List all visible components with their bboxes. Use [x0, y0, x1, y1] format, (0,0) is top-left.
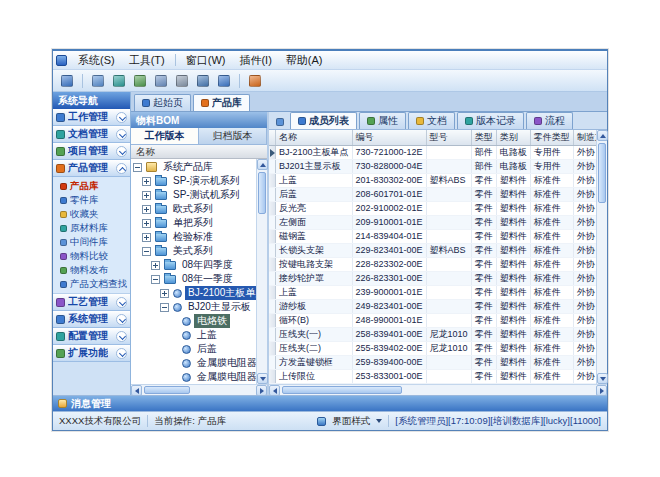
ui-style-label[interactable]: 界面样式: [332, 415, 370, 428]
tree-node[interactable]: 检验标准: [131, 230, 256, 244]
members-tab-documents[interactable]: 文档: [408, 112, 455, 129]
bom-tab-archived[interactable]: 归档版本: [199, 128, 267, 144]
print-button[interactable]: [173, 72, 191, 90]
nav-item-material-publish[interactable]: 物料发布: [53, 263, 130, 277]
tree-node[interactable]: BJ20主显示板: [131, 300, 256, 314]
nav-item-product-lib[interactable]: 产品库: [53, 179, 130, 193]
tree-node[interactable]: 系统产品库: [131, 160, 256, 174]
nav-group-system[interactable]: 系统管理: [53, 311, 130, 328]
table-row[interactable]: 压线夹(一)258-839401-00E尼龙1010零件塑料件标准件外协个: [269, 327, 596, 341]
menu-item-plugins[interactable]: 插件(I): [232, 51, 278, 70]
nav-group-extension[interactable]: 扩展功能: [53, 345, 130, 362]
chevron-up-icon[interactable]: [116, 163, 127, 174]
column-header-2[interactable]: 型号: [426, 130, 471, 145]
grid-view-button[interactable]: [131, 72, 149, 90]
settings-button[interactable]: [194, 72, 212, 90]
table-row[interactable]: 后盖208-601701-01E零件塑料件标准件外协个: [269, 187, 596, 201]
nav-group-work[interactable]: 工作管理: [53, 109, 130, 126]
nav-group-project[interactable]: 项目管理: [53, 143, 130, 160]
tree-column-header[interactable]: 名称: [131, 145, 267, 159]
menu-item-help[interactable]: 帮助(A): [279, 51, 330, 70]
user-button[interactable]: [58, 72, 76, 90]
tree-expander[interactable]: [151, 275, 160, 284]
ui-style-dropdown-arrow[interactable]: [376, 419, 382, 423]
tree-node[interactable]: 单把系列: [131, 216, 256, 230]
column-header-1[interactable]: 编号: [352, 130, 426, 145]
table-vertical-scrollbar[interactable]: [596, 130, 607, 384]
table-row[interactable]: BJ-2100主板单点730-721000-12E部件电路板专用件外协块: [269, 145, 596, 159]
tree-expander[interactable]: [160, 289, 169, 298]
menu-item-system[interactable]: 系统(S): [71, 51, 122, 70]
table-row[interactable]: 方发盖键锁框259-839400-00E零件塑料件标准件外协个: [269, 355, 596, 369]
help-button[interactable]: [215, 72, 233, 90]
scroll-track[interactable]: [280, 385, 596, 395]
table-row[interactable]: 磁钢盖214-839404-01E零件塑料件标准件外协个: [269, 229, 596, 243]
table-row[interactable]: 游纱板249-823401-00E零件塑料件标准件外协个: [269, 299, 596, 313]
tree-view-button[interactable]: [110, 72, 128, 90]
nav-group-document[interactable]: 文档管理: [53, 126, 130, 143]
members-tab-workflow[interactable]: 流程: [526, 112, 573, 129]
mail-button[interactable]: [152, 72, 170, 90]
members-corner-button[interactable]: [272, 114, 288, 129]
table-row[interactable]: 按键电路支架228-823302-00E零件塑料件标准件外协个: [269, 257, 596, 271]
column-header-4[interactable]: 类别: [496, 130, 530, 145]
nav-item-raw-material-lib[interactable]: 原材料库: [53, 221, 130, 235]
tree-node[interactable]: 金属膜电阻器: [131, 370, 256, 384]
table-row[interactable]: 上盖201-830302-00E塑料ABS零件塑料件标准件外协个: [269, 173, 596, 187]
table-row[interactable]: 循环(B)248-990001-01E零件塑料件标准件外协个: [269, 313, 596, 327]
scroll-track[interactable]: [142, 385, 256, 395]
column-header-5[interactable]: 零件类型: [530, 130, 573, 145]
scroll-up-button[interactable]: [257, 159, 268, 170]
tree-node[interactable]: 后盖: [131, 342, 256, 356]
tree-horizontal-scrollbar[interactable]: [131, 384, 267, 395]
tree-node[interactable]: 上盖: [131, 328, 256, 342]
bom-tab-working[interactable]: 工作版本: [131, 128, 199, 144]
menu-item-window[interactable]: 窗口(W): [179, 51, 233, 70]
column-header-3[interactable]: 类型: [471, 130, 496, 145]
chevron-down-icon[interactable]: [116, 129, 127, 140]
nav-group-config[interactable]: 配置管理: [53, 328, 130, 345]
scroll-down-button[interactable]: [597, 373, 608, 384]
scroll-up-button[interactable]: [597, 130, 608, 141]
message-panel-header[interactable]: 消息管理: [53, 395, 607, 411]
table-row[interactable]: 压线夹(二)255-839402-00E尼龙1010零件塑料件标准件外协个: [269, 341, 596, 355]
scroll-thumb[interactable]: [282, 386, 402, 394]
tree-node[interactable]: 08年四季度: [131, 258, 256, 272]
table-row[interactable]: 上传限位253-833001-00E零件塑料件标准件外协个: [269, 369, 596, 383]
chevron-down-icon[interactable]: [116, 297, 127, 308]
tree-expander[interactable]: [142, 177, 151, 186]
nav-item-favorites[interactable]: 收藏夹: [53, 207, 130, 221]
table-row[interactable]: 左侧面209-910001-01E零件塑料件标准件外协个: [269, 215, 596, 229]
tree-expander[interactable]: [142, 191, 151, 200]
tree-expander[interactable]: [160, 303, 169, 312]
scroll-down-button[interactable]: [257, 373, 268, 384]
tree-expander[interactable]: [133, 163, 142, 172]
column-header-6[interactable]: 制造方式: [573, 130, 596, 145]
nav-item-intermediate-lib[interactable]: 中间件库: [53, 235, 130, 249]
scroll-thumb[interactable]: [144, 386, 190, 394]
tree-node[interactable]: 欧式系列: [131, 202, 256, 216]
tree-expander[interactable]: [142, 247, 151, 256]
nav-item-part-lib[interactable]: 零件库: [53, 193, 130, 207]
scroll-thumb[interactable]: [598, 143, 606, 203]
nav-group-process[interactable]: 工艺管理: [53, 294, 130, 311]
tree-node[interactable]: SP-演示机系列: [131, 174, 256, 188]
exit-button[interactable]: [246, 72, 264, 90]
chevron-down-icon[interactable]: [116, 314, 127, 325]
table-row[interactable]: 长锁头支架229-823401-00E塑料ABS零件塑料件标准件外协个: [269, 243, 596, 257]
tree-node[interactable]: SP-测试机系列: [131, 188, 256, 202]
members-tab-members[interactable]: 成员列表: [290, 112, 357, 129]
nav-item-material-compare[interactable]: 物料比较: [53, 249, 130, 263]
members-tab-versions[interactable]: 版本记录: [457, 112, 524, 129]
tab-start[interactable]: 起始页: [134, 94, 191, 111]
table-horizontal-scrollbar[interactable]: [269, 384, 607, 395]
tab-product-lib[interactable]: 产品库: [193, 94, 250, 111]
tree-expander[interactable]: [142, 205, 151, 214]
nav-group-product[interactable]: 产品管理: [53, 160, 130, 177]
window-button[interactable]: [89, 72, 107, 90]
tree-expander[interactable]: [142, 219, 151, 228]
chevron-down-icon[interactable]: [116, 112, 127, 123]
tree-node[interactable]: 电烙铁: [131, 314, 256, 328]
column-header-0[interactable]: 名称: [276, 130, 353, 145]
tree-node[interactable]: 金属膜电阻器: [131, 356, 256, 370]
